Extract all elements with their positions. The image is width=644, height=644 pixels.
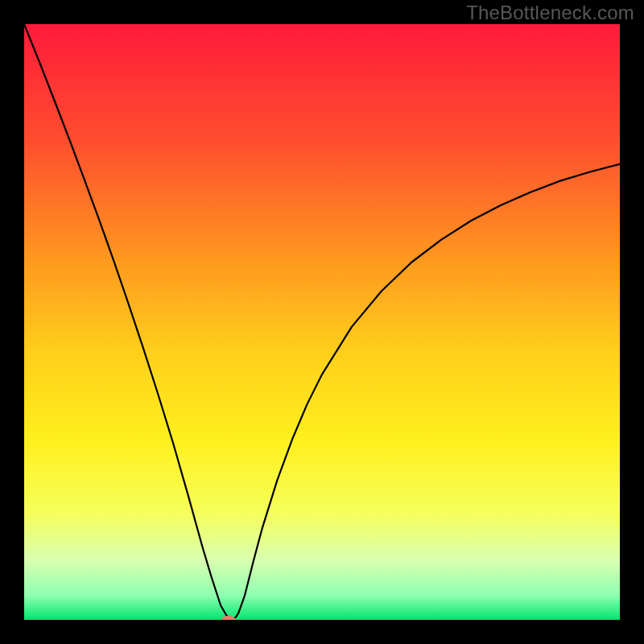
watermark-text: TheBottleneck.com xyxy=(466,2,634,24)
gradient-background xyxy=(24,24,620,620)
plot-area xyxy=(24,24,620,620)
chart-svg xyxy=(24,24,620,620)
chart-frame: TheBottleneck.com xyxy=(0,0,644,644)
